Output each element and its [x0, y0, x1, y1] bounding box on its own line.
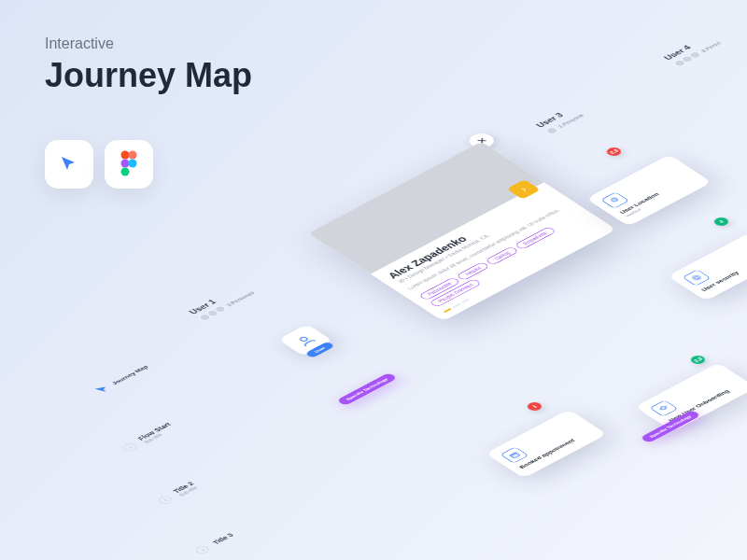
user-location-card[interactable]: User Location Verified: [586, 155, 712, 227]
arrow-down-icon: ↓: [120, 441, 139, 453]
flow-item-3[interactable]: ↓ Title 3: [193, 531, 236, 555]
badge-green: 4: [712, 216, 731, 227]
svg-point-3: [129, 160, 137, 168]
page-header: Interactive Journey Map: [45, 35, 252, 95]
user4-label: User 4 3 Perso: [662, 33, 724, 67]
card-title: User security: [699, 252, 747, 292]
badge-green: 2.3: [688, 354, 708, 365]
arrow-down-icon: ↓: [193, 544, 212, 555]
badge-red: 2.3: [604, 146, 624, 157]
card-subtitle: Verified: [625, 178, 698, 217]
card-title: Booked appoinment: [517, 429, 592, 469]
card-title: User Location: [618, 175, 693, 215]
cursor-icon: [92, 383, 114, 395]
user-security-card[interactable]: User security: [668, 232, 747, 301]
header-subtitle: Interactive: [45, 35, 252, 52]
user-icon: [291, 331, 320, 348]
svg-point-0: [121, 151, 130, 160]
user-node[interactable]: User: [278, 317, 358, 364]
flow-item-2[interactable]: ↓ Title 2Sub-title: [155, 481, 200, 506]
app-logo[interactable]: Journey Map: [92, 362, 152, 395]
booked-card[interactable]: Booked appoinment: [486, 410, 607, 479]
profile-card[interactable]: ✕ › Alex Zapadenko 30 • Design Manager •…: [308, 142, 616, 322]
svg-point-11: [299, 336, 308, 342]
svg-line-10: [511, 454, 516, 456]
tech-chip[interactable]: Specific Technology: [336, 372, 398, 406]
flow-title: Title 3: [211, 532, 235, 546]
flow-item-start[interactable]: ↓ Flow StartSub-title: [120, 422, 177, 454]
header-title: Journey Map: [45, 56, 252, 95]
user3-label: User 3 1 Persona: [534, 105, 585, 135]
svg-rect-9: [510, 453, 520, 458]
user1-label: User 1 3 Personas: [187, 283, 257, 322]
svg-point-7: [691, 274, 701, 281]
onboarding-card[interactable]: New User Onboarding: [635, 363, 747, 432]
svg-point-1: [129, 151, 137, 160]
badge-red: 1: [525, 400, 544, 412]
svg-point-2: [121, 160, 130, 168]
svg-point-8: [694, 276, 699, 279]
figma-icon[interactable]: [105, 140, 153, 189]
figjam-icon[interactable]: [45, 140, 93, 189]
svg-point-6: [613, 199, 616, 201]
svg-point-4: [121, 168, 130, 176]
app-name: Journey Map: [110, 364, 150, 385]
tool-icons-row: [45, 140, 153, 189]
arrow-down-icon: ↓: [156, 495, 175, 506]
